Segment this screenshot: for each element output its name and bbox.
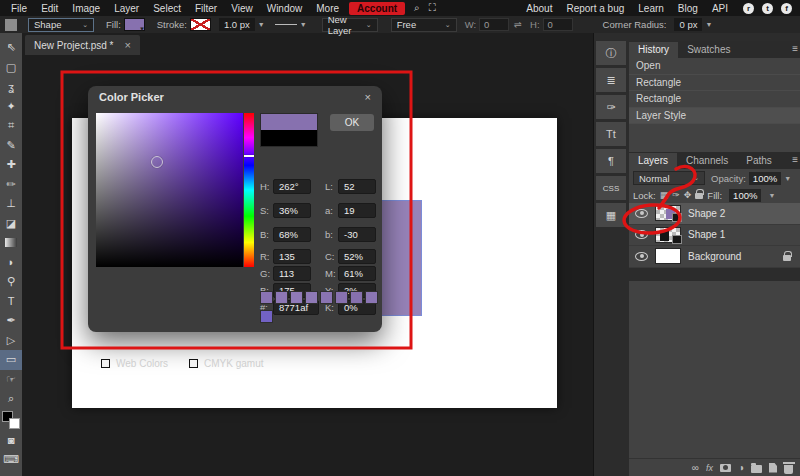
link-learn[interactable]: Learn (631, 3, 671, 14)
delete-icon[interactable] (784, 462, 793, 474)
link-report-a-bug[interactable]: Report a bug (559, 3, 631, 14)
color-swatch[interactable] (290, 291, 303, 304)
close-dialog-icon[interactable]: × (365, 91, 371, 103)
field-input[interactable]: -30 (338, 227, 376, 242)
layer-row-shape-1[interactable]: Shape 1 (629, 225, 800, 247)
color-swatch[interactable] (305, 291, 318, 304)
pen-tool[interactable]: ✒ (0, 311, 22, 331)
stroke-width-field[interactable]: 1.0 px (219, 18, 255, 31)
link-api[interactable]: API (705, 3, 735, 14)
menu-item-layer[interactable]: Layer (107, 3, 146, 14)
history-entry[interactable]: Rectangle (629, 91, 800, 108)
menu-item-image[interactable]: Image (65, 3, 107, 14)
field-input[interactable]: 135 (273, 249, 311, 264)
color-swatch[interactable] (365, 291, 378, 304)
fill-color-swatch[interactable] (124, 18, 145, 31)
css-panel-button[interactable]: CSS (596, 176, 626, 200)
color-swatch[interactable] (275, 291, 288, 304)
eraser-tool[interactable]: ◪ (0, 214, 22, 234)
field-input[interactable]: 61% (338, 266, 376, 281)
tab-layers[interactable]: Layers (629, 153, 677, 169)
recent-color-swatch[interactable] (260, 310, 273, 323)
marquee-select-tool[interactable]: ▢ (0, 58, 22, 78)
blur-tool[interactable]: ◗ (0, 253, 22, 273)
facebook-icon[interactable]: f (781, 3, 792, 14)
adjustments-button[interactable]: ≣ (596, 68, 626, 92)
visibility-eye-icon[interactable] (635, 252, 648, 261)
menu-item-view[interactable]: View (224, 3, 260, 14)
dialog-title-bar[interactable]: Color Picker × (88, 86, 382, 108)
panel-menu-icon[interactable]: ≡ (792, 154, 798, 165)
quick-mask-button[interactable]: ◙ (0, 431, 22, 451)
color-swatch[interactable] (320, 291, 333, 304)
field-input[interactable]: 19 (338, 203, 376, 218)
folder-icon[interactable] (751, 463, 762, 473)
web-colors-checkbox[interactable] (101, 359, 110, 368)
zoom-tool[interactable]: ⌕ (0, 389, 22, 409)
fill-opacity-dropdown-icon[interactable]: ▼ (768, 192, 775, 199)
eyedropper-tool[interactable]: ✎ (0, 136, 22, 156)
twitter-icon[interactable]: t (762, 3, 773, 14)
opacity-field[interactable]: 100% (749, 172, 781, 185)
field-input[interactable]: 52% (338, 249, 376, 264)
lock-position-icon[interactable]: ✥ (684, 190, 692, 200)
panel-menu-icon[interactable]: ≡ (792, 43, 798, 54)
hue-slider[interactable] (244, 113, 254, 267)
rectangle-tool[interactable]: ▭ (0, 350, 22, 370)
tab-swatches[interactable]: Swatches (678, 42, 739, 58)
path-select-tool[interactable]: ▷ (0, 331, 22, 351)
character-panel-button[interactable]: Tt (596, 122, 626, 146)
lock-all-icon[interactable] (695, 193, 703, 199)
shape-mode-dropdown[interactable]: Shape⌄ (28, 18, 94, 32)
field-input[interactable]: 68% (273, 227, 311, 242)
layer-row-shape-2[interactable]: Shape 2 (629, 203, 800, 225)
adjustment-icon[interactable]: ◑ (738, 462, 744, 473)
reddit-icon[interactable]: r (743, 3, 754, 14)
field-input[interactable]: 262° (273, 179, 311, 194)
swap-dimensions-icon[interactable]: ⇌ (514, 19, 522, 30)
width-field[interactable]: 0 (479, 18, 509, 31)
magic-wand-tool[interactable]: ✦ (0, 97, 22, 117)
effects-icon[interactable]: fx (706, 463, 713, 473)
height-field[interactable]: 0 (543, 18, 573, 31)
history-entry[interactable]: Open (629, 58, 800, 75)
stroke-style-preview[interactable] (275, 24, 297, 25)
brush-settings-button[interactable]: ✑ (596, 95, 626, 119)
field-input[interactable]: 36% (273, 203, 311, 218)
layer-thumbnail[interactable] (655, 227, 681, 243)
menu-item-window[interactable]: Window (260, 3, 310, 14)
tab-channels[interactable]: Channels (677, 153, 737, 169)
close-tab-icon[interactable]: × (124, 39, 130, 51)
ok-button[interactable]: OK (330, 114, 374, 131)
mask-icon[interactable] (720, 464, 731, 472)
healing-brush-tool[interactable]: ✚ (0, 155, 22, 175)
stroke-width-dropdown-icon[interactable]: ▼ (258, 21, 265, 28)
field-input[interactable]: 113 (273, 266, 311, 281)
crop-tool[interactable]: ⌗ (0, 116, 22, 136)
color-swatch[interactable] (335, 291, 348, 304)
stroke-style-dropdown-icon[interactable]: ▼ (300, 21, 307, 28)
blend-mode-dropdown[interactable]: Normal⌄ (633, 171, 705, 185)
tab-paths[interactable]: Paths (737, 153, 781, 169)
cmyk-gamut-checkbox[interactable] (189, 359, 198, 368)
stroke-color-swatch[interactable] (190, 18, 211, 31)
layer-row-background[interactable]: Background (629, 246, 800, 268)
visibility-eye-icon[interactable] (635, 230, 648, 239)
menu-item-select[interactable]: Select (146, 3, 188, 14)
layer-mode-dropdown[interactable]: New Layer⌄ (322, 18, 378, 32)
new-layer-icon[interactable] (769, 463, 777, 473)
field-input[interactable]: 52 (338, 179, 376, 194)
opacity-dropdown-icon[interactable]: ▼ (784, 175, 791, 182)
lock-transparency-icon[interactable]: ▦ (660, 190, 669, 200)
constraint-dropdown[interactable]: Free⌄ (391, 18, 457, 32)
move-tool[interactable]: ⇖ (0, 38, 22, 58)
menu-item-file[interactable]: File (4, 3, 34, 14)
color-picker-cursor[interactable] (151, 156, 163, 168)
foreground-background-colors[interactable] (2, 411, 20, 429)
visibility-eye-icon[interactable] (635, 209, 648, 218)
menu-item-edit[interactable]: Edit (34, 3, 65, 14)
hue-slider-handle[interactable] (244, 155, 254, 157)
dodge-tool[interactable]: ⚲ (0, 272, 22, 292)
info-button[interactable]: ⓘ (596, 41, 626, 65)
type-tool[interactable]: T (0, 292, 22, 312)
